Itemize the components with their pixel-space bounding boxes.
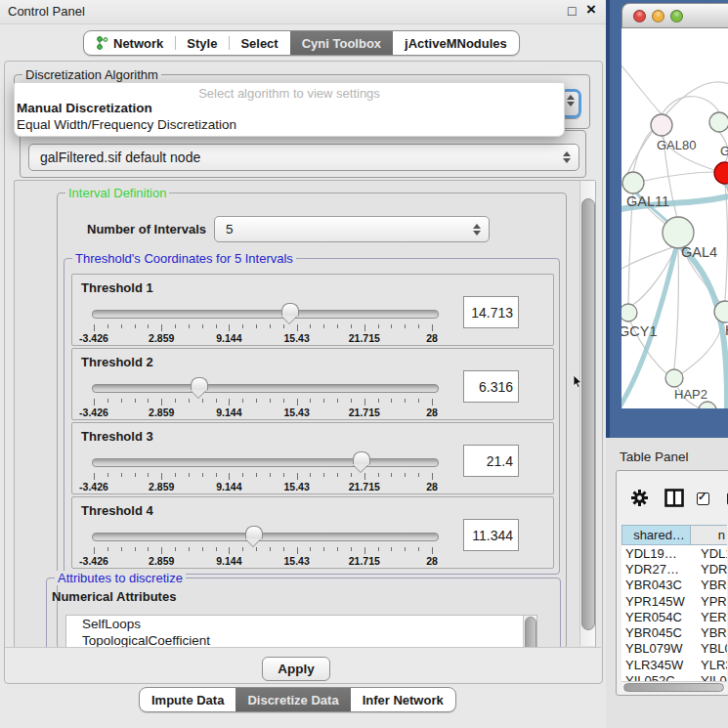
threshold-value-input[interactable]: 14.713 — [463, 296, 519, 328]
network-edge[interactable] — [725, 184, 727, 301]
network-node[interactable] — [651, 114, 672, 136]
cell-shared-name[interactable]: YBL079W — [621, 641, 695, 656]
slider-handle[interactable] — [353, 451, 370, 465]
tick-mark — [256, 473, 257, 477]
network-node[interactable] — [709, 112, 728, 132]
tab-impute-data[interactable]: Impute Data — [140, 688, 236, 711]
tick-mark — [283, 473, 284, 477]
checkbox-icon[interactable] — [697, 492, 709, 505]
tick-mark — [135, 547, 136, 551]
cell-shared-name[interactable]: YBR043C — [621, 578, 695, 592]
threshold-value-input[interactable]: 21.4 — [463, 445, 519, 477]
cell-name[interactable]: YBR0 — [695, 578, 727, 592]
table-row[interactable]: YPR145WYPR1 — [621, 593, 727, 609]
slider-handle[interactable] — [281, 303, 299, 317]
network-canvas[interactable]: GAL80G.CGAL11GAL4GCY1HHAP2 — [621, 28, 728, 408]
tab-network[interactable]: Network — [84, 31, 175, 55]
network-edge[interactable] — [662, 97, 719, 114]
cell-name[interactable]: YBL0 — [695, 641, 727, 656]
cell-name[interactable]: YDL1 — [695, 546, 727, 561]
scale-label: 28 — [426, 555, 438, 567]
algorithm-option[interactable]: Manual Discretization — [17, 101, 152, 115]
table-hscrollbar-thumb[interactable] — [623, 683, 724, 692]
cell-name[interactable]: YLR3 — [695, 658, 727, 672]
threshold-slider[interactable]: -3.4262.8599.14415.4321.71528 — [92, 529, 438, 564]
scale-label: 9.144 — [216, 407, 241, 418]
close-window-icon[interactable]: × — [586, 0, 596, 20]
column-header-name[interactable]: n — [691, 526, 727, 544]
tab-style[interactable]: Style — [175, 31, 229, 55]
table-row[interactable]: YDL19…YDL1 — [621, 545, 727, 561]
slider-handle[interactable] — [191, 377, 208, 391]
network-node[interactable] — [665, 369, 683, 387]
network-node[interactable] — [621, 304, 637, 321]
tab-cyni-toolbox[interactable]: Cyni Toolbox — [290, 31, 393, 55]
network-edge[interactable] — [674, 248, 678, 369]
slider-track[interactable] — [92, 310, 439, 319]
threshold-slider[interactable]: -3.4262.8599.14415.4321.71528 — [92, 306, 438, 341]
tab-infer-network[interactable]: Infer Network — [351, 688, 455, 711]
cell-shared-name[interactable]: YPR145W — [621, 594, 695, 609]
cell-shared-name[interactable]: YLR345W — [621, 658, 695, 672]
tab-discretize-data[interactable]: Discretize Data — [236, 688, 350, 711]
table-data-combo[interactable]: galFiltered.sif default node — [28, 144, 579, 171]
network-node[interactable] — [622, 172, 644, 193]
slider-track[interactable] — [92, 384, 439, 393]
network-node[interactable] — [699, 402, 716, 408]
table-row[interactable]: YBL079WYBL0 — [621, 641, 727, 657]
tick-mark — [216, 324, 217, 328]
mac-close-button[interactable] — [633, 10, 646, 22]
table-row[interactable]: YER054CYER0 — [621, 609, 727, 624]
network-edge[interactable] — [633, 129, 654, 172]
network-edge[interactable] — [621, 62, 662, 114]
threshold-value-input[interactable]: 11.344 — [463, 519, 519, 551]
cell-name[interactable]: YPR1 — [695, 594, 727, 609]
network-edge[interactable] — [681, 321, 723, 374]
cell-shared-name[interactable]: YER054C — [621, 610, 695, 624]
attribute-list-item[interactable]: SelfLoops — [66, 616, 536, 632]
cell-name[interactable]: YDR2 — [695, 562, 727, 577]
tick-mark — [432, 473, 433, 480]
network-node[interactable] — [714, 162, 728, 184]
threshold-slider[interactable]: -3.4262.8599.14415.4321.71528 — [92, 454, 438, 490]
table-row[interactable]: YBR043CYBR0 — [621, 578, 727, 593]
float-window-icon[interactable]: □ — [568, 3, 576, 19]
slider-track[interactable] — [92, 458, 439, 467]
control-panel-tabbar: NetworkStyleSelectCyni ToolboxjActiveMNo… — [83, 30, 520, 56]
scale-label: 21.715 — [349, 481, 380, 492]
tick-mark — [391, 547, 392, 551]
tab-jactivemnodules[interactable]: jActiveMNodules — [393, 31, 519, 55]
apply-button[interactable]: Apply — [262, 657, 330, 681]
gear-icon[interactable] — [630, 489, 649, 507]
table-row[interactable]: YDR27…YDR2 — [621, 561, 727, 577]
threshold-slider[interactable]: -3.4262.8599.14415.4321.71528 — [92, 380, 438, 415]
slider-handle[interactable] — [245, 526, 263, 539]
split-columns-icon[interactable] — [664, 489, 684, 507]
num-intervals-combo[interactable]: 5 — [214, 216, 490, 242]
table-row[interactable]: YIL052CYIL0 — [621, 672, 727, 681]
cell-shared-name[interactable]: YDL19… — [621, 546, 695, 561]
algorithm-option[interactable]: Equal Width/Frequency Discretization — [17, 117, 236, 132]
tick-mark — [283, 547, 284, 551]
table-row[interactable]: YLR345WYLR3 — [621, 657, 727, 672]
table-row[interactable]: YBR045CYBR0 — [621, 624, 727, 640]
settings-scrollbar-thumb[interactable] — [581, 198, 595, 630]
tab-select[interactable]: Select — [229, 31, 289, 55]
column-header-shared-name[interactable]: shared… — [622, 526, 691, 544]
cell-name[interactable]: YIL0 — [695, 673, 727, 681]
cell-name[interactable]: YBR0 — [695, 625, 727, 640]
tick-mark — [337, 324, 338, 328]
settings-scrollbar[interactable] — [579, 181, 595, 646]
cell-shared-name[interactable]: YBR045C — [621, 625, 695, 640]
cell-shared-name[interactable]: YIL052C — [621, 673, 695, 681]
network-edge[interactable] — [644, 172, 714, 181]
mac-minimize-button[interactable] — [652, 10, 664, 22]
network-edge-highlighted[interactable] — [678, 244, 727, 408]
tick-mark — [323, 547, 324, 551]
table-hscrollbar[interactable] — [621, 681, 727, 692]
mac-zoom-button[interactable] — [670, 10, 683, 22]
slider-track[interactable] — [92, 533, 439, 541]
cell-shared-name[interactable]: YDR27… — [621, 562, 695, 577]
threshold-value-input[interactable]: 6.316 — [463, 370, 519, 403]
cell-name[interactable]: YER0 — [695, 610, 727, 624]
